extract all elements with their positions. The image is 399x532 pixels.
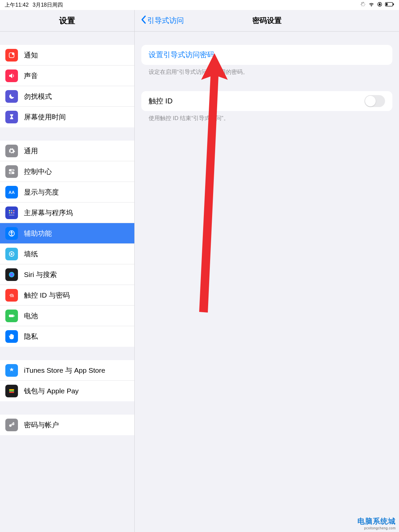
svg-point-28 [11,231,12,232]
wallpaper-icon [5,248,18,260]
sidebar-item-label: 密码与帐户 [24,420,59,430]
sidebar-item-label: 通知 [24,51,38,60]
svg-point-32 [11,256,12,257]
sidebar-section: 密码与帐户 [0,415,134,435]
watermark: 电脑系统城 pcxitongcheng.com [357,516,396,530]
sidebar-item-label: 勿扰模式 [24,92,52,101]
svg-line-2 [361,3,362,3]
touchid-label: 触控 ID [149,96,173,106]
set-guided-access-passcode[interactable]: 设置引导式访问密码 [141,45,392,65]
detail-header: 引导式访问 密码设置 [135,10,399,32]
moon-icon [5,90,18,103]
sidebar-item-privacy[interactable]: 隐私 [0,326,134,347]
sidebar-item-screentime[interactable]: 屏幕使用时间 [0,107,134,127]
sidebar-item-label: 显示与亮度 [24,188,59,197]
sound-icon [5,69,18,82]
accessibility-icon [5,227,18,240]
svg-rect-9 [379,4,380,5]
gear-icon [5,145,18,157]
sidebar-item-wallpaper[interactable]: 墙纸 [0,244,134,264]
sidebar-item-wallet[interactable]: 钱包与 Apple Pay [0,381,134,401]
svg-rect-40 [9,315,14,317]
sidebar-item-label: 控制中心 [24,167,52,176]
svg-point-35 [10,252,11,253]
siri-icon [5,268,18,281]
svg-rect-21 [11,210,12,211]
sidebar-item-display[interactable]: AA 显示与亮度 [0,182,134,202]
svg-rect-23 [9,212,10,213]
svg-point-14 [12,52,14,55]
svg-rect-42 [9,389,14,391]
sidebar-item-label: 辅助功能 [24,229,52,238]
svg-point-37 [10,255,11,256]
sidebar-item-siri[interactable]: Siri 与搜索 [0,264,134,285]
sidebar-item-label: iTunes Store 与 App Store [24,366,105,375]
svg-rect-11 [386,3,388,5]
detail-pane: 引导式访问 密码设置 设置引导式访问密码 设定在启用“引导式访问”时使用的密码。… [135,10,399,532]
back-label: 引导式访问 [147,16,184,26]
set-passcode-caption: 设定在启用“引导式访问”时使用的密码。 [141,65,392,76]
svg-point-18 [12,172,14,174]
svg-line-7 [364,3,365,3]
sidebar-section: iTunes Store 与 App Store 钱包与 Apple Pay [0,360,134,401]
sidebar-item-label: 隐私 [24,332,38,341]
settings-sidebar[interactable]: 设置 通知 声音 勿扰模式 [0,10,135,532]
touchid-caption: 使用触控 ID 结束“引导式访问”。 [141,111,392,122]
svg-rect-44 [9,392,14,393]
sidebar-item-general[interactable]: 通用 [0,141,134,161]
svg-line-6 [361,5,362,6]
sidebar-item-notifications[interactable]: 通知 [0,45,134,66]
svg-point-30 [11,253,13,255]
svg-rect-24 [11,212,12,213]
aa-icon: AA [5,186,18,199]
sidebar-title: 设置 [0,10,134,32]
sidebar-item-label: 通用 [24,146,38,156]
sidebar-item-battery[interactable]: 电池 [0,306,134,326]
status-bar: 上午11:42 3月18日周四 [0,0,399,10]
sidebar-item-accessibility[interactable]: 辅助功能 [0,223,134,244]
sidebar-item-touchid[interactable]: 触控 ID 与密码 [0,285,134,306]
svg-point-31 [11,251,12,252]
svg-rect-20 [9,210,10,211]
sidebar-item-label: 屏幕使用时间 [24,112,66,122]
touchid-toggle[interactable] [364,95,385,107]
svg-point-36 [13,252,14,253]
touchid-card: 触控 ID [141,91,392,111]
battery-icon [385,2,394,8]
sidebar-item-label: 声音 [24,71,38,80]
svg-point-33 [9,253,10,254]
wifi-icon [368,1,374,9]
sidebar-item-dnd[interactable]: 勿扰模式 [0,86,134,107]
wallet-icon [5,385,18,397]
sidebar-item-control-center[interactable]: 控制中心 [0,161,134,182]
sidebar-item-sound[interactable]: 声音 [0,66,134,86]
notifications-icon [5,49,18,62]
svg-rect-22 [13,210,15,211]
sidebar-item-homescreen[interactable]: 主屏幕与程序坞 [0,202,134,223]
svg-rect-26 [9,214,15,215]
svg-text:AA: AA [9,190,15,195]
watermark-title: 电脑系统城 [357,516,396,526]
sidebar-section: 通用 控制中心 AA 显示与亮度 主屏幕与程序坞 [0,141,134,347]
touchid-row[interactable]: 触控 ID [141,91,392,111]
orientation-lock-icon [377,2,382,8]
sidebar-item-label: Siri 与搜索 [24,270,57,279]
back-button[interactable]: 引导式访问 [141,15,184,26]
touchid-icon [5,289,18,302]
passcode-card: 设置引导式访问密码 [141,45,392,65]
svg-point-39 [9,272,15,277]
sidebar-item-appstore[interactable]: iTunes Store 与 App Store [0,360,134,381]
sidebar-item-label: 墙纸 [24,249,38,259]
key-icon [5,419,18,431]
switches-icon [5,165,18,178]
battery-icon [5,310,18,322]
svg-point-34 [13,253,14,254]
appstore-icon [5,364,18,377]
sidebar-item-passwords[interactable]: 密码与帐户 [0,415,134,435]
svg-point-16 [10,170,11,171]
grid-icon [5,206,18,219]
hourglass-icon [5,111,18,123]
hand-icon [5,330,18,343]
status-time: 上午11:42 [5,2,29,9]
chevron-left-icon [141,15,147,26]
